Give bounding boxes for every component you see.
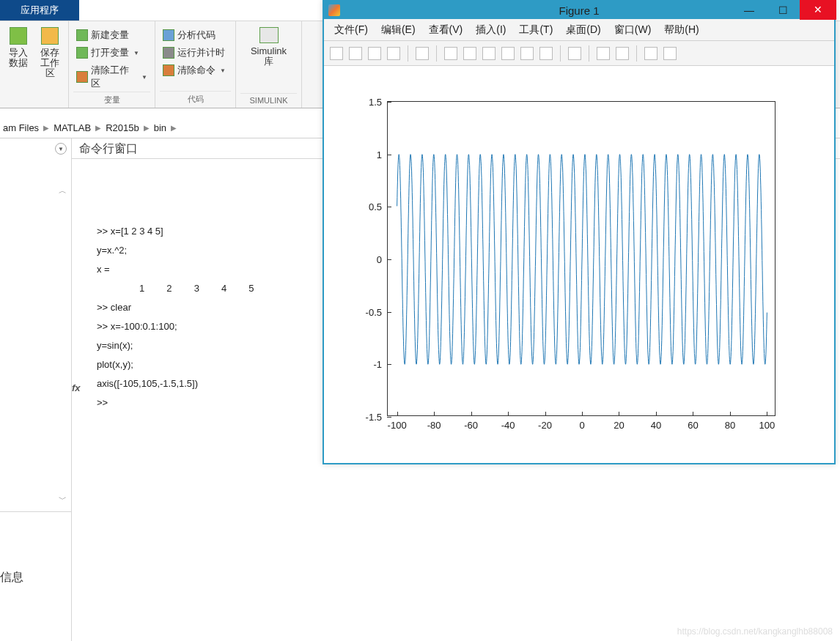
maximize-button[interactable]: ☐ — [766, 1, 800, 19]
x-tick — [508, 412, 509, 416]
workspace-sidebar: ▼ ︿ ﹀ 信息 — [0, 138, 72, 641]
axes[interactable]: -1.5-1-0.500.511.5-100-80-60-40-20020406… — [387, 101, 775, 416]
menu-item[interactable]: 桌面(D) — [560, 21, 606, 40]
ribbon-group-label-variables: 变量 — [73, 92, 150, 108]
toolbar-separator — [436, 45, 437, 62]
hide-icon[interactable] — [644, 47, 657, 60]
toolbar-separator — [589, 45, 589, 62]
x-tick — [397, 412, 398, 416]
breadcrumb-seg[interactable]: am Files — [3, 122, 39, 133]
x-tick — [545, 412, 546, 416]
y-tick-label: -0.5 — [366, 306, 388, 317]
toolbar-separator — [408, 45, 408, 62]
y-tick — [387, 259, 391, 260]
close-button[interactable]: ✕ — [800, 0, 836, 20]
panel-menu-icon[interactable]: ▼ — [55, 143, 67, 155]
menu-item[interactable]: 插入(I) — [470, 21, 512, 40]
x-tick — [767, 412, 767, 416]
menu-item[interactable]: 窗口(W) — [608, 21, 657, 40]
menu-item[interactable]: 编辑(E) — [375, 21, 421, 40]
import-data-button[interactable]: 导入数据 — [4, 24, 32, 108]
x-tick-label: -60 — [464, 415, 478, 431]
chevron-down-icon: ▼ — [141, 74, 147, 81]
clear-cmd-icon — [163, 64, 174, 76]
clear-commands-button[interactable]: 清除命令▼ — [160, 62, 231, 78]
new-var-icon — [76, 29, 88, 41]
save-icon — [41, 27, 59, 45]
info-label: 信息 — [0, 570, 23, 585]
figure-toolbar — [324, 41, 834, 66]
x-tick-label: -100 — [388, 415, 407, 431]
x-tick-label: 40 — [651, 415, 661, 431]
dock-icon[interactable] — [663, 47, 677, 60]
x-tick — [730, 412, 731, 416]
sidebar-divider — [0, 511, 71, 512]
toolbar-separator — [636, 45, 637, 62]
x-tick-label: 100 — [759, 415, 775, 431]
zoom-out-icon[interactable] — [463, 47, 476, 60]
menu-item[interactable]: 查看(V) — [423, 21, 469, 40]
x-tick — [693, 412, 693, 416]
x-tick — [656, 412, 657, 416]
timer-icon — [163, 47, 174, 59]
pan-icon[interactable] — [482, 47, 495, 60]
scroll-up-icon[interactable]: ︿ — [59, 185, 67, 196]
new-variable-button[interactable]: 新建变量 — [73, 27, 150, 43]
data-cursor-icon[interactable] — [520, 47, 534, 60]
new-icon[interactable] — [330, 47, 343, 60]
menu-item[interactable]: 帮助(H) — [658, 21, 704, 40]
x-tick-label: 20 — [614, 415, 624, 431]
x-tick — [471, 412, 472, 416]
import-icon — [10, 27, 27, 45]
save-workspace-button[interactable]: 保存工作区 — [37, 24, 65, 108]
analyze-code-button[interactable]: 分析代码 — [160, 27, 231, 43]
x-tick-label: -40 — [501, 415, 515, 431]
y-tick — [387, 312, 391, 313]
clear-ws-icon — [76, 71, 88, 83]
scroll-down-icon[interactable]: ﹀ — [59, 494, 67, 505]
link-icon[interactable] — [568, 47, 581, 60]
x-tick — [434, 412, 435, 416]
figure-window[interactable]: Figure 1 — ☐ ✕ 文件(F)编辑(E)查看(V)插入(I)工具(T)… — [323, 0, 836, 464]
clear-workspace-button[interactable]: 清除工作区▼ — [73, 62, 150, 92]
watermark: https://blog.csdn.net/kangkanglhb88008 — [677, 626, 833, 637]
print-icon[interactable] — [387, 47, 400, 60]
brush-icon[interactable] — [539, 47, 553, 60]
save-icon[interactable] — [368, 47, 381, 60]
y-tick-label: -1 — [373, 359, 388, 370]
x-tick — [582, 412, 583, 416]
chevron-right-icon: ▶ — [171, 124, 177, 132]
zoom-in-icon[interactable] — [444, 47, 457, 60]
open-icon[interactable] — [349, 47, 362, 60]
chevron-down-icon: ▼ — [220, 67, 226, 74]
y-tick — [387, 102, 391, 103]
breadcrumb-seg[interactable]: MATLAB — [54, 122, 91, 133]
figure-titlebar[interactable]: Figure 1 — ☐ ✕ — [324, 1, 834, 19]
colorbar-icon[interactable] — [597, 47, 610, 60]
y-tick-label: -1.5 — [366, 412, 388, 423]
pointer-icon[interactable] — [416, 47, 429, 60]
y-tick-label: 1.5 — [369, 97, 388, 108]
y-tick-label: 0 — [377, 254, 388, 265]
line-plot — [388, 102, 776, 417]
chevron-down-icon: ▼ — [133, 50, 139, 56]
x-tick — [619, 412, 619, 416]
app-tab[interactable]: 应用程序 — [0, 0, 79, 21]
x-tick-label: 0 — [579, 415, 584, 431]
legend-icon[interactable] — [616, 47, 629, 60]
breadcrumb-seg[interactable]: R2015b — [106, 122, 139, 133]
rotate-icon[interactable] — [501, 47, 515, 60]
open-variable-button[interactable]: 打开变量▼ — [73, 45, 150, 61]
run-timeit-button[interactable]: 运行并计时 — [160, 45, 231, 61]
x-tick-label: -20 — [538, 415, 552, 431]
menu-item[interactable]: 文件(F) — [328, 21, 374, 40]
x-tick-label: -80 — [427, 415, 441, 431]
minimize-button[interactable]: — — [732, 1, 766, 19]
sine-series — [397, 155, 767, 365]
simulink-icon — [259, 27, 279, 43]
fx-icon[interactable]: fx — [72, 379, 86, 398]
simulink-library-button[interactable]: Simulink库 — [240, 24, 297, 93]
menu-item[interactable]: 工具(T) — [513, 21, 559, 40]
breadcrumb-seg[interactable]: bin — [154, 122, 166, 133]
analyze-icon — [163, 29, 174, 41]
